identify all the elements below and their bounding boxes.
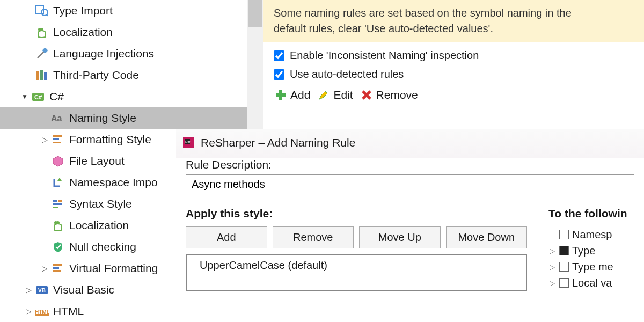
check-label: Enable 'Inconsistent Naming' inspection [290,49,479,62]
tree-item-label: Visual Basic [53,283,114,296]
svg-text:VB: VB [38,288,46,294]
style-list[interactable]: UpperCamelCase (default) [186,254,527,291]
cube-icon [51,154,65,168]
scrollbar-thumb[interactable] [248,0,262,27]
tree-item-third-party-code[interactable]: Third-Party Code [0,64,247,86]
check-label: Use auto-detected rules [290,68,404,80]
vb-icon: VB [35,283,49,297]
entity-label: Namesp [572,229,612,241]
style-add-button[interactable]: Add [186,226,267,248]
check-inconsistent-naming[interactable]: Enable 'Inconsistent Naming' inspection [263,46,644,65]
style-remove-button[interactable]: Remove [273,226,354,248]
expand-icon[interactable] [24,307,33,316]
tree-item-label: Syntax Style [69,197,132,210]
tree-item-naming-style[interactable]: Aa Naming Style [0,107,247,129]
entity-checkbox[interactable] [559,246,569,255]
tree-item-label: Third-Party Code [53,69,139,82]
namespace-icon [51,175,65,189]
csharp-icon: C# [31,90,45,104]
svg-rect-20 [53,207,58,208]
svg-rect-19 [53,203,62,205]
rule-toolbar: Add Edit Remove [263,84,644,106]
tree-item-type-import[interactable]: Type Import [0,0,247,21]
svg-marker-16 [53,156,63,166]
dialog-body: Rule Description: Apply this style: Add … [176,158,644,291]
entity-row-namespace[interactable]: Namesp [548,226,634,243]
tree-item-label: Formatting Style [69,133,151,146]
syntax-icon [51,197,65,211]
tree-item-label: File Layout [69,155,125,167]
svg-rect-23 [53,264,62,266]
html-icon: HTML [35,304,49,318]
svg-line-5 [38,52,44,58]
entity-row-type-member[interactable]: ▷ Type me [548,259,634,275]
collapse-icon[interactable] [20,92,29,101]
svg-marker-32 [319,91,327,99]
tree-item-label: Namespace Impo [69,176,158,189]
tree-item-language-injections[interactable]: Language Injections [0,43,247,64]
tree-item-label: Localization [69,219,129,232]
style-button-row: Add Remove Move Up Move Down [186,226,527,248]
entity-label: Type me [572,261,613,273]
style-list-item[interactable]: UpperCamelCase (default) [187,255,526,276]
edit-rule-button[interactable]: Edit [317,88,353,102]
expand-icon[interactable] [40,264,49,273]
tree-item-label: Naming Style [69,112,136,125]
rule-description-input[interactable] [186,174,634,194]
tree-item-label: C# [49,90,64,103]
svg-rect-31 [276,93,286,97]
btn-label: Edit [333,89,353,101]
tree-item-label: Null checking [69,240,136,253]
svg-rect-7 [36,71,39,80]
dialog-titlebar: R# ReSharper – Add Naming Rule [176,129,644,158]
main-pane: Some naming rules are set based on the s… [263,0,644,129]
sidebar-scrollbar[interactable] [247,0,263,129]
tree-item-label: Localization [53,26,113,39]
add-rule-button[interactable]: Add [274,88,310,102]
style-move-up-button[interactable]: Move Up [359,226,441,248]
info-line1: Some naming rules are set based on the s… [274,5,633,21]
expand-icon[interactable]: ▷ [548,263,556,271]
to-following-heading: To the followin [548,207,634,220]
resharper-icon: R# [181,136,195,150]
svg-rect-9 [44,72,47,80]
expand-icon[interactable]: ▷ [548,279,556,287]
tree-item-label: Type Import [53,4,113,17]
svg-rect-24 [53,267,59,269]
pencil-icon [317,88,331,102]
shield-icon [51,240,65,254]
tree-item-label: HTML [53,305,84,318]
tree-item-label: Virtual Formatting [69,262,158,275]
expand-icon[interactable] [40,135,49,144]
tree-item-localization[interactable]: Localization [0,21,247,43]
info-line2: default rules, clear 'Use auto-detected … [274,21,633,36]
svg-rect-25 [53,270,61,272]
entity-checkbox[interactable] [559,262,569,272]
svg-rect-17 [53,200,57,202]
svg-text:C#: C# [34,94,42,100]
svg-rect-14 [53,138,59,140]
entity-row-local-var[interactable]: ▷ Local va [548,275,634,291]
entity-checkbox[interactable] [559,230,569,239]
remove-rule-button[interactable]: Remove [360,88,418,102]
tree-item-csharp[interactable]: C# C# [0,86,247,107]
entity-checkbox[interactable] [559,278,569,288]
svg-text:R#: R# [185,140,191,144]
rule-description-label: Rule Description: [186,158,634,171]
entity-row-type[interactable]: ▷ Type [548,243,634,259]
info-banner: Some naming rules are set based on the s… [263,0,644,42]
svg-text:HTML: HTML [35,309,49,315]
entity-label: Type [572,245,595,257]
expand-icon[interactable] [24,286,33,294]
svg-text:Aa: Aa [51,114,62,123]
expand-icon[interactable]: ▷ [548,247,556,255]
vformatting-icon [51,261,65,275]
checkbox-auto[interactable] [274,69,284,80]
check-auto-detected[interactable]: Use auto-detected rules [263,65,644,84]
svg-line-2 [47,14,48,16]
dialog-title-text: ReSharper – Add Naming Rule [201,136,355,149]
btn-label: Add [290,89,310,101]
style-move-down-button[interactable]: Move Down [446,226,528,248]
injection-icon [35,47,49,61]
checkbox-inconsistent[interactable] [274,50,284,61]
